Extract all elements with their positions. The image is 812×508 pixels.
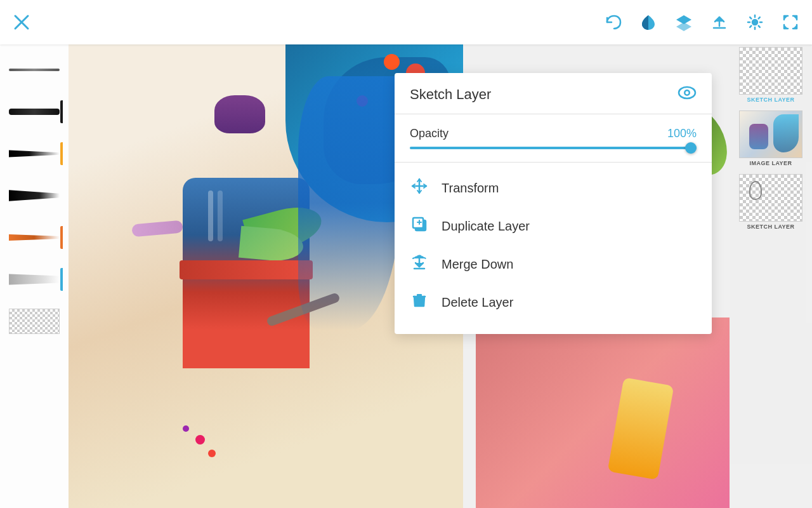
opacity-slider-container[interactable] xyxy=(395,144,712,162)
brush-item-6[interactable] xyxy=(6,260,63,298)
context-menu-title: Sketch Layer xyxy=(410,86,491,103)
svg-point-4 xyxy=(752,20,757,25)
delete-icon xyxy=(410,292,429,312)
delete-layer-label: Delete Layer xyxy=(442,295,513,310)
merge-icon xyxy=(410,254,429,274)
layer-label-1: SKETCH LAYER xyxy=(747,97,794,103)
opacity-slider-track[interactable] xyxy=(410,147,697,149)
layer-label-3: SKETCH LAYER xyxy=(747,224,794,230)
context-menu: Sketch Layer Opacity 100% xyxy=(395,73,712,334)
opacity-slider-thumb[interactable] xyxy=(685,142,697,154)
brush-item-1[interactable] xyxy=(6,51,63,89)
brush-panel xyxy=(0,44,69,508)
svg-point-7 xyxy=(686,91,689,95)
brush-item-5[interactable] xyxy=(6,218,63,257)
settings-button[interactable] xyxy=(746,13,764,31)
fullscreen-button[interactable] xyxy=(782,13,799,31)
merge-down-menu-item[interactable]: Merge Down xyxy=(395,245,712,283)
brush-item-3[interactable] xyxy=(6,135,63,173)
layers-button[interactable] xyxy=(675,13,693,31)
duplicate-layer-menu-item[interactable]: Duplicate Layer xyxy=(395,207,712,245)
brush-item-4[interactable] xyxy=(6,177,63,215)
opacity-label: Opacity xyxy=(410,127,449,140)
color-picker-button[interactable] xyxy=(639,13,657,31)
layer-item-image[interactable]: IMAGE LAYER xyxy=(733,110,808,166)
duplicate-layer-label: Duplicate Layer xyxy=(442,219,530,234)
toolbar xyxy=(0,0,812,44)
layer-visibility-toggle[interactable] xyxy=(678,86,697,104)
transform-icon xyxy=(410,178,429,198)
merge-down-label: Merge Down xyxy=(442,257,513,272)
context-menu-header: Sketch Layer xyxy=(395,73,712,114)
opacity-slider-fill xyxy=(410,147,697,149)
upload-button[interactable] xyxy=(710,13,728,31)
layer-thumbnail-1 xyxy=(739,47,802,95)
layer-thumbnail-3 xyxy=(739,174,802,222)
brush-item-7[interactable] xyxy=(6,302,63,340)
layer-item-sketch-top[interactable]: SKETCH LAYER xyxy=(733,47,808,103)
delete-layer-menu-item[interactable]: Delete Layer xyxy=(395,283,712,321)
transform-menu-item[interactable]: Transform xyxy=(395,169,712,207)
undo-button[interactable] xyxy=(604,13,622,31)
opacity-value: 100% xyxy=(667,127,697,140)
layers-panel: + SKETCH LAYER IMAGE LAYER SKETCH LAYER xyxy=(730,0,812,464)
close-button[interactable] xyxy=(13,13,30,31)
opacity-row: Opacity 100% xyxy=(395,114,712,144)
layer-item-sketch-bottom[interactable]: SKETCH LAYER xyxy=(733,174,808,230)
layer-label-2: IMAGE LAYER xyxy=(749,160,792,166)
svg-marker-3 xyxy=(676,22,691,31)
transform-label: Transform xyxy=(442,181,499,196)
brush-item-2[interactable] xyxy=(6,93,63,131)
duplicate-icon xyxy=(410,216,429,236)
layer-thumbnail-2 xyxy=(739,110,802,158)
